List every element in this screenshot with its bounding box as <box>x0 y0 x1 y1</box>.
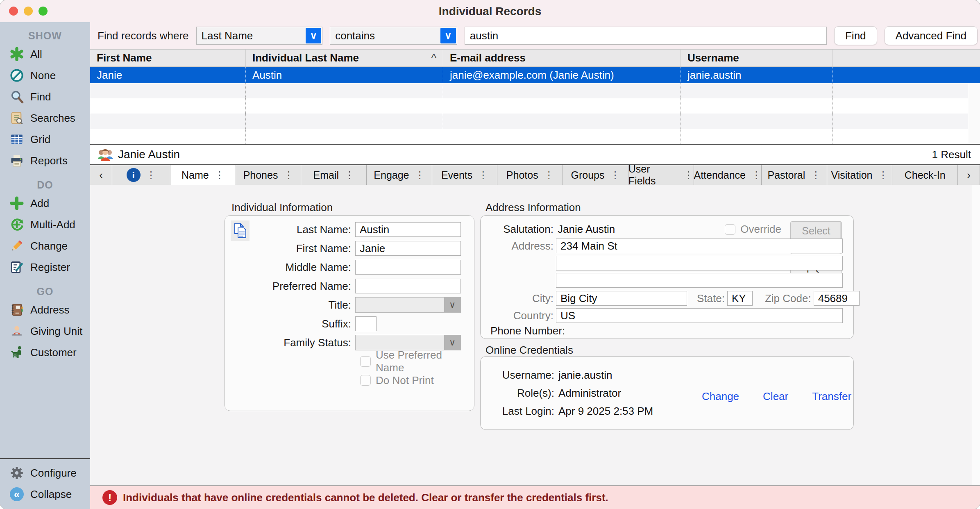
record-name: Janie Austin <box>118 148 180 161</box>
individual-info-panel: Last Name: First Name: Middle Name: Pref… <box>225 215 474 411</box>
tab-info[interactable]: i ⋮ <box>112 165 170 185</box>
giving-unit-icon <box>10 324 24 338</box>
column-header-last-name[interactable]: Individual Last Name^ <box>246 50 443 66</box>
sidebar-item-all[interactable]: All <box>0 43 90 65</box>
tab-attendance[interactable]: Attendance⋮ <box>694 165 762 185</box>
tab-options-icon[interactable]: ⋮ <box>345 169 354 181</box>
address-line1-field[interactable] <box>556 239 843 253</box>
tab-engage[interactable]: Engage⋮ <box>367 165 432 185</box>
tab-options-icon[interactable]: ⋮ <box>684 169 694 181</box>
column-header-email[interactable]: E-mail address <box>443 50 681 66</box>
family-status-select[interactable]: ∨ <box>355 335 461 350</box>
tab-photos[interactable]: Photos⋮ <box>497 165 563 185</box>
do-not-print-label: Do Not Print <box>376 374 434 387</box>
search-input[interactable] <box>465 27 827 45</box>
tab-options-icon[interactable]: ⋮ <box>751 169 761 181</box>
find-operator-select[interactable]: contains ∨ <box>330 27 457 45</box>
table-row-selected[interactable]: Janie Austin janie@example.com (Janie Au… <box>90 67 980 83</box>
preferred-name-field[interactable] <box>355 279 461 293</box>
suffix-label: Suffix: <box>225 318 355 330</box>
use-preferred-name-checkbox[interactable] <box>360 356 371 367</box>
find-field-select[interactable]: Last Name ∨ <box>196 27 323 45</box>
sidebar-item-multi-add[interactable]: Multi-Add <box>0 214 90 235</box>
tab-groups[interactable]: Groups⋮ <box>563 165 628 185</box>
main-area: Find records where Last Name ∨ contains … <box>90 22 980 509</box>
gear-icon <box>10 466 24 480</box>
tab-options-icon[interactable]: ⋮ <box>878 169 888 181</box>
sidebar-item-register[interactable]: Register <box>0 257 90 278</box>
tab-check-in[interactable]: Check-In <box>892 165 958 185</box>
find-field-value: Last Name <box>197 30 306 42</box>
first-name-field[interactable] <box>355 241 461 256</box>
table-header-row: First Name Individual Last Name^ E-mail … <box>90 50 980 67</box>
address-label: Address: <box>481 240 554 252</box>
do-not-print-checkbox[interactable] <box>360 375 371 386</box>
override-control: Override <box>725 223 781 236</box>
tab-visitation[interactable]: Visitation⋮ <box>827 165 893 185</box>
sidebar-item-configure[interactable]: Configure <box>0 462 90 484</box>
magnifier-icon <box>10 90 24 104</box>
tab-options-icon[interactable]: ⋮ <box>544 169 554 181</box>
tab-email[interactable]: Email⋮ <box>301 165 367 185</box>
address-line2-field[interactable] <box>556 256 843 270</box>
address-line3-field[interactable] <box>556 273 843 288</box>
tab-user-fields[interactable]: User Fields⋮ <box>628 165 694 185</box>
sidebar-item-giving-unit[interactable]: Giving Unit <box>0 320 90 342</box>
sidebar-item-add[interactable]: Add <box>0 193 90 214</box>
people-group-icon <box>98 148 113 161</box>
tab-events[interactable]: Events⋮ <box>432 165 498 185</box>
country-field[interactable] <box>556 308 843 323</box>
tab-options-icon[interactable]: ⋮ <box>215 169 225 181</box>
zip-code-label: Zip Code: <box>765 292 811 305</box>
last-name-field[interactable] <box>355 222 461 237</box>
sidebar-item-customer[interactable]: Customer <box>0 342 90 363</box>
no-circle-icon <box>10 68 24 82</box>
tab-pastoral[interactable]: Pastoral⋮ <box>762 165 827 185</box>
suffix-field[interactable] <box>355 316 377 331</box>
state-label: State: <box>697 292 725 305</box>
sidebar-item-address[interactable]: Address <box>0 299 90 320</box>
middle-name-field[interactable] <box>355 260 461 275</box>
tab-name[interactable]: Name⋮ <box>170 165 236 185</box>
table-row <box>90 129 980 144</box>
family-status-label: Family Status: <box>225 336 355 349</box>
last-login-label: Last Login: <box>489 405 554 418</box>
app-window: Individual Records SHOW All None Find Se… <box>0 0 980 509</box>
titlebar: Individual Records <box>0 0 980 22</box>
clear-credentials-link[interactable]: Clear <box>763 390 788 403</box>
table-row <box>90 83 980 98</box>
zip-code-field[interactable] <box>814 291 860 306</box>
tab-options-icon[interactable]: ⋮ <box>478 169 488 181</box>
change-credentials-link[interactable]: Change <box>702 390 739 403</box>
title-select[interactable]: ∨ <box>355 297 461 313</box>
city-field[interactable] <box>556 291 687 306</box>
sidebar-item-grid[interactable]: Grid <box>0 129 90 150</box>
column-header-first-name[interactable]: First Name <box>90 50 246 66</box>
advanced-find-button[interactable]: Advanced Find <box>885 26 978 45</box>
column-header-username[interactable]: Username <box>681 50 833 66</box>
content-scrollbar[interactable] <box>971 185 980 485</box>
transfer-credentials-link[interactable]: Transfer <box>812 390 851 403</box>
tab-options-icon[interactable]: ⋮ <box>811 169 821 181</box>
sidebar-item-find[interactable]: Find <box>0 86 90 107</box>
online-credentials-panel: Username: janie.austin Role(s): Administ… <box>480 356 854 430</box>
sidebar-item-change[interactable]: Change <box>0 235 90 257</box>
state-field[interactable] <box>727 291 753 306</box>
sidebar-item-none[interactable]: None <box>0 65 90 86</box>
plus-icon <box>10 196 24 210</box>
sidebar-item-collapse[interactable]: « Collapse <box>0 484 90 505</box>
tab-scroll-right-button[interactable]: › <box>958 165 980 185</box>
chevron-down-icon: ∨ <box>440 28 456 43</box>
override-checkbox[interactable] <box>725 224 735 235</box>
tab-options-icon[interactable]: ⋮ <box>415 169 425 181</box>
find-button[interactable]: Find <box>834 26 877 45</box>
tab-options-icon[interactable]: ⋮ <box>284 169 293 181</box>
tab-phones[interactable]: Phones⋮ <box>236 165 302 185</box>
sidebar-item-searches[interactable]: Searches <box>0 107 90 129</box>
tab-options-icon[interactable]: ⋮ <box>610 169 620 181</box>
asterisk-icon <box>10 47 24 61</box>
sidebar-item-reports[interactable]: Reports <box>0 150 90 171</box>
tab-scroll-left-button[interactable]: ‹ <box>90 165 112 185</box>
roles-value: Administrator <box>558 387 621 400</box>
sidebar-item-label: Add <box>30 197 49 210</box>
